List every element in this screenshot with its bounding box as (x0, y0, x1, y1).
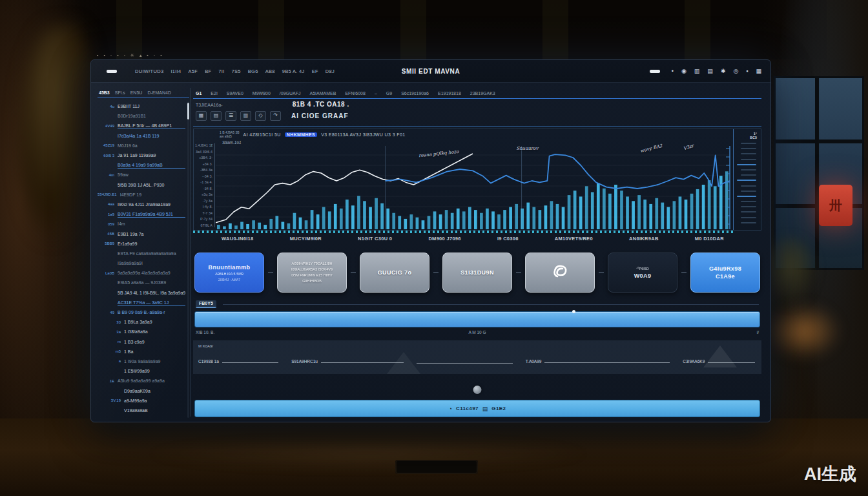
account-icon[interactable]: ◉ (681, 68, 687, 74)
menu-item-2[interactable]: A5F (188, 68, 198, 74)
globe-icon[interactable]: ◎ (733, 68, 738, 74)
sidebar-item[interactable]: I9a9a9a9a9I (98, 258, 185, 268)
sidebar-item[interactable]: 60I5 3Ja 91 1a9 119a9a9 (98, 150, 185, 160)
menu-item-7[interactable]: AB8 (265, 68, 275, 74)
menu-item-0[interactable]: DUIW/TUD3 (135, 68, 163, 74)
sidebar-item[interactable]: V19a9a9aB (98, 406, 185, 415)
main-tab-8[interactable]: G9 (386, 91, 392, 96)
sidebar-item[interactable]: E9IA5 a9a9a — 9J03B9 (98, 278, 185, 287)
sidebar-item[interactable]: 059I4m (98, 219, 185, 229)
sidebar-tab-2[interactable]: EN5U (130, 90, 143, 95)
main-tab-1[interactable]: E2I (211, 91, 218, 96)
sidebar-item[interactable]: 5BB9Er1a9a99 (98, 239, 185, 249)
sidebar-tab-3[interactable]: D-EMAN4D (147, 90, 171, 95)
sidebar-item[interactable]: m51 Ba (98, 347, 185, 356)
tool-icon-3[interactable]: ▥ (240, 111, 251, 121)
menu-item-6[interactable]: BG6 (248, 68, 258, 74)
action-card-6[interactable]: G4Iu9Rx98C1A9e (690, 253, 760, 293)
sidebar-item[interactable]: 45BE9B1 19a 7a (98, 229, 185, 238)
sidebar-item[interactable]: I7d3a/4a 1a 41B 119 (98, 131, 185, 141)
notifications-icon[interactable]: ✱ (721, 68, 726, 74)
sidebar-item[interactable]: 1EA5Iu9 9a9a9a99 a9a9a (98, 376, 185, 386)
scrollbar-thumb[interactable] (187, 103, 189, 119)
menu-item-5[interactable]: 7S5 (232, 68, 241, 74)
sidebar-item[interactable]: 4V49BAJBL.F 5/4r — 4B 4B9P1 (98, 121, 185, 130)
sidebar-item[interactable]: 45Z19M0J19 6a (98, 141, 185, 150)
tool-icon-0[interactable]: ▦ (196, 111, 207, 121)
wallet-icon[interactable]: ▥ (694, 68, 700, 74)
sidebar-item[interactable]: m1 B3 c9a9 (98, 337, 185, 347)
menu-item-10[interactable]: D8J (326, 68, 335, 74)
main-tab-3[interactable]: M9W800 (253, 91, 271, 96)
main-tab-0[interactable]: G1 (196, 91, 202, 96)
form-field-0[interactable]: C19938 1a (198, 356, 278, 364)
tool-icon-1[interactable]: ▤ (211, 111, 222, 121)
sidebar-item[interactable]: 301 B9La 3a9a9 (98, 317, 185, 327)
form-field-2[interactable] (417, 356, 513, 364)
sidebar-item[interactable]: 3V.19a9-M99a9a (98, 396, 185, 406)
sidebar-scrollbar[interactable] (187, 101, 189, 418)
menu-item-9[interactable]: EF (312, 68, 318, 74)
sidebar-item[interactable]: 49B B9 09 0a9 B.-a9a9a-r (98, 307, 185, 317)
action-card-3[interactable]: S1I31DU9N (442, 253, 512, 293)
main-tab-6[interactable]: EFNI6008 (345, 91, 366, 96)
tool-icon-2[interactable]: ☰ (225, 111, 236, 121)
sidebar-item[interactable]: 4m59aw (98, 170, 185, 180)
progress-bar[interactable] (194, 311, 760, 327)
sidebar-item-tag: 4aa (98, 202, 114, 206)
main-tab-7[interactable]: – (375, 91, 377, 96)
tool-icon-5[interactable]: ↷ (270, 111, 281, 121)
menu-item-1[interactable]: I1II4 (170, 68, 181, 74)
sidebar-item[interactable]: 4uE9BIIT 11J (98, 101, 185, 111)
sidebar-item-tag: 3V.19 (104, 398, 121, 402)
footer-action-bar[interactable]: ◔ C11c497 ▤ G1E2 (194, 400, 760, 417)
sidebar-item[interactable]: a1 I90a 9a9a9a9a9 (98, 356, 185, 366)
price-chart[interactable]: 1,4J8A1 1B3a4 39I6.4«3B4. 3-«34 3.-3B4 3… (193, 129, 761, 231)
main-tab-4[interactable]: /09GUAFJ (280, 91, 301, 96)
status-dot-icon[interactable]: • (672, 68, 674, 74)
hamburger-dash-icon[interactable] (107, 70, 117, 73)
sidebar-item[interactable]: 1a9B0V31 F1a9a9a9a 4B9 5J1 (98, 209, 185, 219)
form-field-4[interactable]: C3I9AA6K9 (683, 356, 755, 364)
menu-item-4[interactable]: 7II (218, 68, 224, 74)
action-card-2[interactable]: GUUCIG 7o (360, 253, 429, 293)
chart-title-seg2: V3 E80113A AV3J 3I83JWU U3 3 F01 (321, 132, 405, 137)
list-icon[interactable]: ▤ (707, 68, 713, 74)
section-chip[interactable]: FB0Y5 (196, 300, 216, 308)
document-icon: ▤ (482, 406, 488, 412)
sidebar-item[interactable]: 5B JA9 4L 1 I9I-B9L. I9a 3a9a9a9a9 (98, 288, 185, 298)
collapse-handle-icon[interactable] (473, 386, 482, 394)
menu-item-3[interactable]: BF (205, 68, 211, 74)
stop-icon[interactable]: ▪ (746, 68, 748, 74)
main-tab-10[interactable]: E19191818 (438, 91, 461, 96)
sidebar-item[interactable]: E9TA F9 ca9a9a9a9a9a9a9a (98, 249, 185, 258)
menu-item-8[interactable]: 9B5 A. 4J (282, 68, 305, 74)
apps-icon[interactable]: ▦ (756, 68, 761, 74)
sidebar-item[interactable]: B0Dr19a91B1 (98, 111, 185, 121)
sidebar-item[interactable]: AC31E T7%a — 3a9C 1J (98, 298, 185, 307)
main-tab-5[interactable]: A5IAMAMEB (310, 91, 336, 96)
chart-title-highlight: NHKMMHES (285, 132, 317, 137)
sidebar-tab-1[interactable]: SFl.s (115, 90, 125, 95)
action-card-1[interactable]: AG0IH/RH1Y 79OAL1I8HI09IAUJ6AR5A3 I5OV4V… (277, 253, 347, 293)
sidebar-item[interactable]: La0B9a9a9a99a 4Ia9a9a9a9a9 (98, 268, 185, 278)
tool-icon-4[interactable]: ◇ (255, 111, 266, 121)
sidebar-item[interactable]: 3a1 G8/a9a9a (98, 327, 185, 336)
card-line: D5M F9RUMI9 E15 H8H7 (291, 273, 333, 278)
sidebar-item[interactable]: 5I5B 39B 1J A5L. P930 (98, 180, 185, 190)
sidebar-item[interactable]: 4aaI90cI 9a 4J11 Jna9aa19a9 (98, 200, 185, 209)
sidebar-item[interactable]: 534J9D.E1I4E9DF 19 (98, 190, 185, 200)
sidebar-item[interactable]: D9a9aaK09a (98, 386, 185, 395)
main-tab-11[interactable]: 23B19GAK3 (470, 91, 495, 96)
form-field-1[interactable]: S91A9HRC1u (291, 356, 404, 364)
sidebar-item[interactable]: 1 E5II/99a99 (98, 366, 185, 376)
action-card-5[interactable]: ⁴⁷P6I5DW0A9 (608, 253, 677, 293)
form-field-3[interactable]: T.A0A99 (526, 356, 670, 364)
action-card-4[interactable] (525, 253, 595, 293)
sidebar-tab-0[interactable]: 45B3 (99, 90, 110, 95)
minimize-icon[interactable] (650, 70, 660, 73)
main-tab-2[interactable]: S9AVE0 (227, 91, 243, 96)
sidebar-item[interactable]: B0a9a 4 19a9 9a99aB (98, 160, 185, 170)
main-tab-9[interactable]: S6c19s190a6 (401, 91, 429, 96)
action-card-0[interactable]: BnuuntiammbA9BLH.I0A 5 5M920I9/4J - AMA7 (194, 253, 264, 293)
